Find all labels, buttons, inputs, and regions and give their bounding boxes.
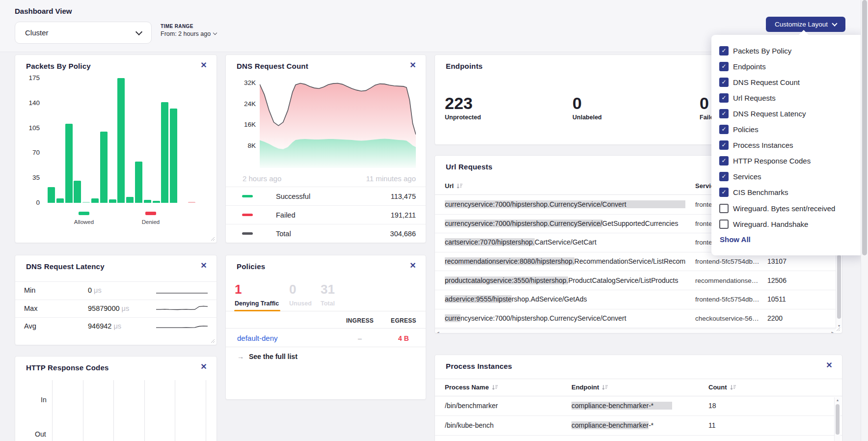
menu-item-wireguard-handshake[interactable]: Wireguard. Handshake xyxy=(719,218,808,230)
y-tick-label: 140 xyxy=(24,99,40,107)
menu-item-label: Url Requests xyxy=(733,94,776,102)
bar-allowed xyxy=(109,199,116,203)
url-rest: ncyservice:7000/hipstershop.CurrencyServ… xyxy=(461,314,626,322)
endpoint-cell: compliance-benchmarker-* xyxy=(571,402,699,410)
menu-item-dns-request-latency[interactable]: ✓DNS Request Latency xyxy=(719,108,806,119)
legend-row-total: Total304,686 xyxy=(226,224,426,243)
bar-allowed xyxy=(144,200,151,203)
endpoint-rest: -* xyxy=(649,421,653,429)
bar-allowed xyxy=(135,162,142,203)
menu-item-packets-by-policy[interactable]: ✓Packets By Policy xyxy=(719,45,791,56)
checkbox[interactable]: ✓ xyxy=(719,140,729,150)
horizontal-scrollbar[interactable]: ◂ ▸ xyxy=(435,329,836,333)
menu-item-services[interactable]: ✓Services xyxy=(719,171,761,183)
column-header-url[interactable]: Url xyxy=(445,182,463,190)
bar-denied xyxy=(188,202,195,203)
sparkline xyxy=(156,303,208,314)
customize-layout-button[interactable]: Customize Layout xyxy=(766,17,845,32)
service-cell: frontend-5fc5754db… xyxy=(695,296,761,303)
latency-value: 0 μs xyxy=(88,286,102,294)
checkbox[interactable]: ✓ xyxy=(719,93,729,103)
service-cell: frontend-5fc5754db… xyxy=(695,258,761,265)
checkbox[interactable] xyxy=(719,220,729,229)
menu-item-label: Services xyxy=(733,172,761,181)
time-range-value[interactable]: From: 2 hours ago xyxy=(161,30,217,37)
chevron-down-icon xyxy=(213,31,217,35)
scrollbar-thumb[interactable] xyxy=(862,0,867,255)
table-row: currencyservice:7000/hipstershop.Currenc… xyxy=(435,309,842,329)
resize-handle-icon[interactable] xyxy=(211,237,215,241)
card-title: Endpoints xyxy=(446,62,483,70)
column-header-process-name[interactable]: Process Name xyxy=(445,384,498,391)
legend-value: 113,475 xyxy=(391,193,416,200)
vertical-scrollbar[interactable]: ▴ xyxy=(834,397,841,441)
legend-row-successful: Successful113,475 xyxy=(226,187,426,205)
checkbox[interactable]: ✓ xyxy=(719,172,729,181)
tab-total[interactable]: 31 Total xyxy=(321,282,335,307)
latency-label: Min xyxy=(24,286,35,294)
close-icon[interactable]: ✕ xyxy=(199,60,209,70)
menu-item-wireguard-bytes-sent-received[interactable]: Wireguard. Bytes sent/received xyxy=(719,202,835,214)
close-icon[interactable]: ✕ xyxy=(408,60,418,70)
bar-allowed xyxy=(161,102,168,203)
menu-item-cis-benchmarks[interactable]: ✓CIS Benchmarks xyxy=(719,187,788,198)
chevron-down-icon xyxy=(832,21,837,26)
legend-swatch xyxy=(242,195,253,197)
sort-icon xyxy=(730,385,736,390)
menu-item-label: Wireguard. Bytes sent/received xyxy=(733,204,835,213)
gridline xyxy=(144,380,145,441)
column-header-endpoint[interactable]: Endpoint xyxy=(571,384,608,391)
column-header-count[interactable]: Count xyxy=(708,384,736,391)
y-tick-label: 24K xyxy=(236,100,256,108)
stat-value: 1 xyxy=(235,282,279,296)
menu-item-endpoints[interactable]: ✓Endpoints xyxy=(719,60,766,72)
menu-item-label: Wireguard. Handshake xyxy=(733,220,808,228)
menu-item-http-response-codes[interactable]: ✓HTTP Response Codes xyxy=(719,155,811,167)
resize-handle-icon[interactable] xyxy=(211,339,215,343)
checkbox[interactable]: ✓ xyxy=(719,156,729,165)
latency-value: 946942 μs xyxy=(88,322,121,330)
checkbox[interactable] xyxy=(719,204,729,213)
url-cell: currencyservice:7000/hipstershop.Currenc… xyxy=(445,220,685,227)
egress-value: 4 B xyxy=(384,334,423,342)
checkbox[interactable]: ✓ xyxy=(719,62,729,71)
menu-item-process-instances[interactable]: ✓Process Instances xyxy=(719,139,793,151)
see-full-list-link[interactable]: → See the full list xyxy=(237,353,298,360)
scroll-left-icon[interactable]: ◂ xyxy=(437,330,439,333)
view-selector[interactable]: Cluster xyxy=(15,22,152,44)
bar-allowed xyxy=(126,197,134,203)
x-axis-label-start: 2 hours ago xyxy=(243,174,281,183)
checkbox[interactable]: ✓ xyxy=(719,109,729,118)
checkbox[interactable]: ✓ xyxy=(719,188,729,197)
checkbox[interactable]: ✓ xyxy=(719,78,729,87)
scroll-up-icon[interactable]: ▴ xyxy=(835,398,841,402)
close-icon[interactable]: ✕ xyxy=(199,362,209,372)
menu-item-url-requests[interactable]: ✓Url Requests xyxy=(719,92,776,104)
card-title: HTTP Response Codes xyxy=(26,363,109,372)
bar-allowed xyxy=(56,198,64,203)
card-packets-by-policy: Packets By Policy ✕ 17514010570350 Allow… xyxy=(15,55,217,243)
menu-item-dns-request-count[interactable]: ✓DNS Request Count xyxy=(719,76,800,88)
url-cell: productcatalogservice:3550/hipstershop.P… xyxy=(445,276,685,284)
close-icon[interactable]: ✕ xyxy=(199,261,209,271)
x-axis-label-end: 11 minutes ago xyxy=(366,174,416,183)
count-cell: 11 xyxy=(708,421,743,429)
stat-unlabeled: 0 Unlabeled xyxy=(572,94,602,121)
tab-unused[interactable]: 0 Unused xyxy=(289,282,312,307)
page-scrollbar[interactable] xyxy=(861,0,868,441)
divider xyxy=(226,328,426,329)
scroll-right-icon[interactable]: ▸ xyxy=(831,330,834,333)
checkbox[interactable]: ✓ xyxy=(719,46,729,55)
menu-item-policies[interactable]: ✓Policies xyxy=(719,124,759,136)
latency-row-max: Max95879000 μs xyxy=(15,300,217,318)
close-icon[interactable]: ✕ xyxy=(824,360,834,370)
checkbox[interactable]: ✓ xyxy=(719,125,729,134)
show-all-link[interactable]: Show All xyxy=(720,235,751,244)
tab-denying-traffic[interactable]: 1 Denying Traffic xyxy=(235,282,279,307)
resize-handle-icon[interactable] xyxy=(836,327,841,331)
latency-unit: μs xyxy=(111,322,121,330)
policy-link[interactable]: default-deny xyxy=(237,334,278,342)
url-highlight: cartservice:7070/hipstershop. xyxy=(445,238,535,246)
close-icon[interactable]: ✕ xyxy=(408,261,418,271)
url-cell: cartservice:7070/hipstershop.CartService… xyxy=(445,238,685,246)
